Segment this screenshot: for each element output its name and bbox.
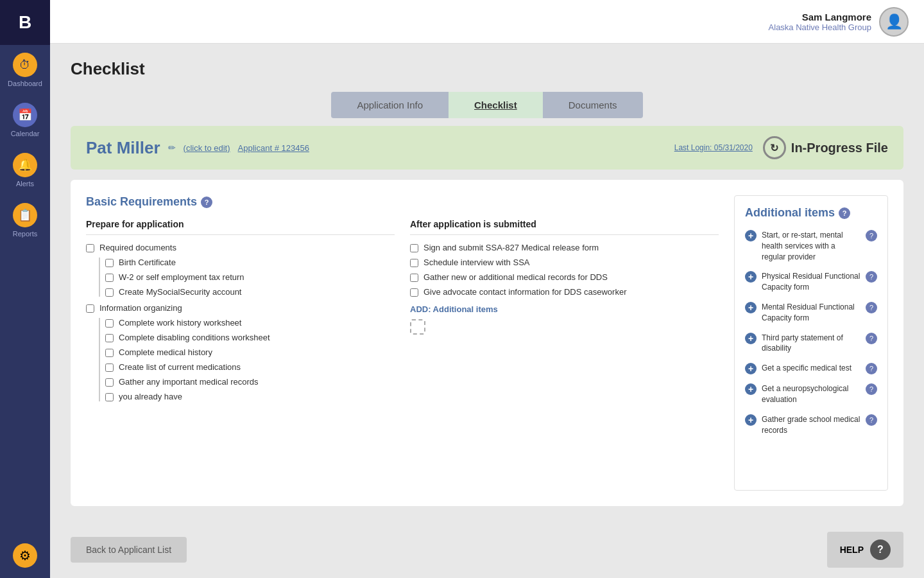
sidebar-item-reports[interactable]: 📋 Reports xyxy=(0,195,50,245)
add-items-link[interactable]: ADD: Additional items xyxy=(410,304,719,314)
applicant-right: Last Login: 05/31/2020 ↻ In-Progress Fil… xyxy=(674,136,888,159)
list-item: Schedule interview with SSA xyxy=(410,258,719,267)
sidebar-item-label: Dashboard xyxy=(8,80,42,87)
info-organizing-sub: Complete work history worksheet Complete… xyxy=(99,318,395,401)
list-item: Complete work history worksheet xyxy=(105,318,395,328)
sidebar-item-alerts[interactable]: 🔔 Alerts xyxy=(0,145,50,195)
edit-icon[interactable]: ✏ xyxy=(168,143,176,153)
add-mental-rfc-button[interactable]: + xyxy=(745,302,757,313)
required-docs-checkbox[interactable] xyxy=(86,244,94,252)
after-header: After application is submitted xyxy=(410,219,719,235)
after-column: After application is submitted Sign and … xyxy=(410,219,719,407)
birth-cert-checkbox[interactable] xyxy=(105,259,114,267)
disabling-conditions-checkbox[interactable] xyxy=(105,334,114,342)
in-progress-icon: ↻ xyxy=(763,136,786,159)
sidebar-item-calendar[interactable]: 📅 Calendar xyxy=(0,95,50,145)
w2-checkbox[interactable] xyxy=(105,274,114,282)
add-third-party-button[interactable]: + xyxy=(745,333,757,344)
list-item: Complete medical history xyxy=(105,347,395,357)
status-label: In-Progress File xyxy=(791,141,888,155)
basic-req-help-icon[interactable]: ? xyxy=(201,197,212,208)
basic-requirements-section: Basic Requirements ? Prepare for applica… xyxy=(86,195,719,491)
list-item: + Get a neuropsychological evaluation ? xyxy=(745,383,877,405)
alerts-icon: 🔔 xyxy=(13,153,37,177)
add-item-placeholder[interactable] xyxy=(410,319,425,335)
tab-bar: Application Info Checklist Documents xyxy=(71,92,903,118)
interview-checkbox[interactable] xyxy=(410,259,418,267)
add-neuropsych-button[interactable]: + xyxy=(745,383,757,395)
list-item: + Mental Residual Functional Capacity fo… xyxy=(745,302,877,324)
calendar-icon: 📅 xyxy=(13,103,37,127)
my-social-security-checkbox[interactable] xyxy=(105,288,114,297)
applicant-id-link[interactable]: Applicant # 123456 xyxy=(238,143,309,153)
checklist-columns: Prepare for application Required documen… xyxy=(86,219,719,407)
mental-health-help-icon[interactable]: ? xyxy=(866,230,877,241)
avatar[interactable]: 👤 xyxy=(879,7,909,37)
sidebar: B ⏱ Dashboard 📅 Calendar 🔔 Alerts 📋 Repo… xyxy=(0,0,50,578)
grade-school-help-icon[interactable]: ? xyxy=(866,414,877,426)
prepare-column: Prepare for application Required documen… xyxy=(86,219,395,407)
tab-checklist[interactable]: Checklist xyxy=(449,92,543,118)
list-item: Give advocate contact information for DD… xyxy=(410,287,719,297)
add-mental-health-button[interactable]: + xyxy=(745,230,757,241)
applicant-card: Pat Miller ✏ (click to edit) Applicant #… xyxy=(71,126,903,170)
checklist-item: Required documents xyxy=(86,243,395,252)
list-item: Create MySocialSecurity account xyxy=(105,287,395,297)
help-button[interactable]: HELP ? xyxy=(827,532,903,568)
mental-rfc-help-icon[interactable]: ? xyxy=(866,302,877,313)
medical-records-checkbox[interactable] xyxy=(105,378,114,387)
list-item: + Get a specific medical test ? xyxy=(745,363,877,374)
list-item: W-2 or self employment tax return xyxy=(105,272,395,282)
add-specific-test-button[interactable]: + xyxy=(745,363,757,374)
physical-rfc-help-icon[interactable]: ? xyxy=(866,271,877,283)
prepare-header: Prepare for application xyxy=(86,219,395,235)
current-meds-checkbox[interactable] xyxy=(105,363,114,372)
checklist-item: Information organizing xyxy=(86,303,395,313)
tab-application-info[interactable]: Application Info xyxy=(331,92,449,118)
list-item: Birth Certificate xyxy=(105,258,395,267)
list-item: Sign and submit SSA-827 Medical release … xyxy=(410,243,719,252)
neuropsych-help-icon[interactable]: ? xyxy=(866,383,877,395)
status-badge: ↻ In-Progress File xyxy=(763,136,888,159)
add-grade-school-button[interactable]: + xyxy=(745,414,757,426)
additional-items-help-icon[interactable]: ? xyxy=(839,207,850,219)
list-item: + Third party statement of disability ? xyxy=(745,333,877,355)
sidebar-item-label: Alerts xyxy=(16,180,34,188)
edit-link[interactable]: (click to edit) xyxy=(184,143,230,153)
list-item: Complete disabling conditions worksheet xyxy=(105,333,395,342)
ssa827-checkbox[interactable] xyxy=(410,244,418,252)
specific-test-help-icon[interactable]: ? xyxy=(866,363,877,374)
content-area: Checklist Application Info Checklist Doc… xyxy=(50,44,924,521)
advocate-contact-checkbox[interactable] xyxy=(410,288,418,297)
back-to-applicant-list-button[interactable]: Back to Applicant List xyxy=(71,537,187,563)
add-physical-rfc-button[interactable]: + xyxy=(745,271,757,283)
help-circle-icon: ? xyxy=(870,539,891,560)
applicant-left: Pat Miller ✏ (click to edit) Applicant #… xyxy=(86,138,309,158)
last-login[interactable]: Last Login: 05/31/2020 xyxy=(674,143,753,152)
user-details: Sam Langmore Alaska Native Health Group xyxy=(769,12,871,32)
additional-items-section: Additional items ? + Start, or re-start,… xyxy=(734,195,888,491)
sidebar-item-dashboard[interactable]: ⏱ Dashboard xyxy=(0,45,50,95)
list-item: you already have xyxy=(105,392,395,401)
applicant-name: Pat Miller xyxy=(86,138,160,158)
third-party-help-icon[interactable]: ? xyxy=(866,333,877,344)
work-history-checkbox[interactable] xyxy=(105,319,114,328)
header: Sam Langmore Alaska Native Health Group … xyxy=(50,0,924,44)
gather-medical-checkbox[interactable] xyxy=(410,274,418,282)
sidebar-item-label: Reports xyxy=(13,230,38,238)
sidebar-item-label: Calendar xyxy=(11,130,40,137)
already-have-checkbox[interactable] xyxy=(105,393,114,401)
dashboard-icon: ⏱ xyxy=(13,53,37,77)
required-docs-sub: Birth Certificate W-2 or self employment… xyxy=(99,258,395,297)
settings-gear-icon[interactable]: ⚙ xyxy=(13,543,37,568)
main-content: Sam Langmore Alaska Native Health Group … xyxy=(50,0,924,578)
reports-icon: 📋 xyxy=(13,203,37,227)
user-info: Sam Langmore Alaska Native Health Group … xyxy=(769,7,909,37)
tab-documents[interactable]: Documents xyxy=(543,92,643,118)
sidebar-logo[interactable]: B xyxy=(0,0,50,45)
info-organizing-checkbox[interactable] xyxy=(86,304,94,313)
footer: Back to Applicant List HELP ? xyxy=(50,521,924,578)
medical-history-checkbox[interactable] xyxy=(105,349,114,357)
user-org: Alaska Native Health Group xyxy=(769,22,871,32)
list-item: Create list of current medications xyxy=(105,362,395,372)
